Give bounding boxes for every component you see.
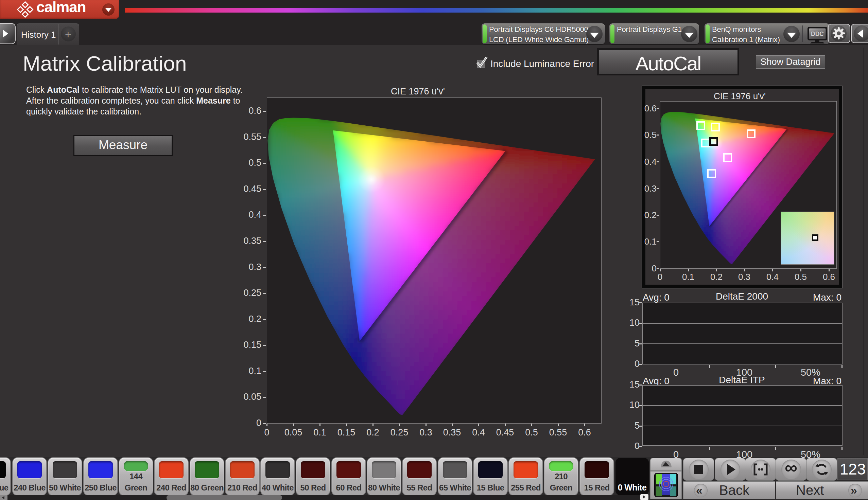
svg-text:DDC: DDC — [811, 31, 824, 37]
